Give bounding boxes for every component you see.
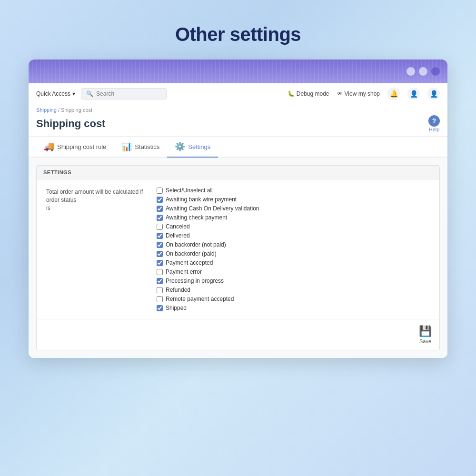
help-label: Help bbox=[429, 127, 440, 132]
checkbox-backorder-paid: On backorder (paid) bbox=[157, 250, 259, 257]
checkbox-awaiting-bank-label: Awaiting bank wire payment bbox=[166, 196, 237, 203]
main-content: SETTINGS Total order amount will be calc… bbox=[29, 158, 447, 358]
checkbox-processing-label: Processing in progress bbox=[166, 278, 224, 284]
top-bar: Quick Access ▾ 🔍 🐛 Debug mode 👁 View my … bbox=[29, 83, 447, 104]
quick-access-chevron: ▾ bbox=[72, 90, 75, 97]
checkbox-remote-payment: Remote payment accepted bbox=[157, 296, 259, 302]
checkbox-processing: Processing in progress bbox=[157, 278, 259, 284]
checkbox-payment-error-label: Payment error bbox=[166, 268, 202, 275]
save-label: Save bbox=[419, 338, 431, 344]
checkbox-remote-payment-input[interactable] bbox=[157, 296, 163, 302]
tab-settings[interactable]: ⚙️ Settings bbox=[167, 137, 218, 158]
view-my-shop[interactable]: 👁 View my shop bbox=[337, 90, 380, 97]
browser-dot-1 bbox=[407, 67, 415, 76]
browser-window: Quick Access ▾ 🔍 🐛 Debug mode 👁 View my … bbox=[29, 60, 447, 358]
checkbox-backorder-not-paid-input[interactable] bbox=[157, 242, 163, 248]
tab-shipping-label: Shipping cost rule bbox=[57, 143, 106, 150]
setting-label: Total order amount will be calculated if… bbox=[46, 187, 151, 212]
save-icon: 💾 bbox=[419, 325, 432, 337]
checkbox-awaiting-cash-label: Awaiting Cash On Delivery validation bbox=[166, 205, 259, 212]
checkbox-payment-accepted-label: Payment accepted bbox=[166, 259, 213, 266]
statistics-icon: 📊 bbox=[121, 141, 132, 152]
checkbox-remote-payment-label: Remote payment accepted bbox=[166, 296, 234, 302]
checkbox-processing-input[interactable] bbox=[157, 278, 163, 284]
page-heading: Other settings bbox=[175, 24, 301, 45]
checkbox-awaiting-check-input[interactable] bbox=[157, 215, 163, 221]
tab-statistics-label: Statistics bbox=[135, 143, 159, 150]
checkbox-canceled-label: Canceled bbox=[166, 223, 190, 230]
browser-chrome bbox=[29, 60, 447, 83]
debug-mode[interactable]: 🐛 Debug mode bbox=[288, 90, 329, 97]
checkbox-delivered-input[interactable] bbox=[157, 233, 163, 239]
checkbox-refunded: Refunded bbox=[157, 287, 259, 293]
checkbox-refunded-input[interactable] bbox=[157, 287, 163, 293]
page-title: Shipping cost bbox=[36, 118, 105, 130]
tab-statistics[interactable]: 📊 Statistics bbox=[114, 137, 167, 158]
checkbox-canceled-input[interactable] bbox=[157, 224, 163, 230]
checkbox-payment-error: Payment error bbox=[157, 268, 259, 275]
browser-dots bbox=[407, 67, 440, 76]
checkbox-awaiting-bank-input[interactable] bbox=[157, 197, 163, 203]
checkbox-backorder-paid-input[interactable] bbox=[157, 251, 163, 257]
orders-button[interactable]: 👤 bbox=[407, 88, 420, 100]
checkbox-delivered-label: Delivered bbox=[166, 232, 190, 239]
tabs-bar: 🚚 Shipping cost rule 📊 Statistics ⚙️ Set… bbox=[29, 137, 447, 158]
checkbox-shipped-input[interactable] bbox=[157, 305, 163, 311]
quick-access-button[interactable]: Quick Access ▾ bbox=[36, 90, 75, 97]
help-button[interactable]: ? Help bbox=[428, 115, 440, 132]
settings-icon: ⚙️ bbox=[175, 141, 185, 152]
checkbox-refunded-label: Refunded bbox=[166, 287, 190, 293]
help-icon: ? bbox=[428, 115, 440, 127]
checkbox-awaiting-cash: Awaiting Cash On Delivery validation bbox=[157, 205, 259, 212]
eye-icon: 👁 bbox=[337, 90, 343, 97]
checkbox-payment-accepted: Payment accepted bbox=[157, 259, 259, 266]
checkbox-delivered: Delivered bbox=[157, 232, 259, 239]
page-title-bar: Shipping cost ? Help bbox=[29, 113, 447, 137]
checkbox-awaiting-check-label: Awaiting check payment bbox=[166, 214, 227, 221]
checkbox-awaiting-bank: Awaiting bank wire payment bbox=[157, 196, 259, 203]
checkbox-select-all-label: Select/Unselect all bbox=[166, 187, 213, 194]
checkbox-canceled: Canceled bbox=[157, 223, 259, 230]
bug-icon: 🐛 bbox=[288, 90, 295, 97]
browser-dot-2 bbox=[419, 67, 427, 76]
browser-dot-3 bbox=[431, 67, 440, 76]
breadcrumb-parent[interactable]: Shipping bbox=[36, 107, 57, 113]
checkbox-backorder-not-paid-label: On backorder (not paid) bbox=[166, 241, 226, 248]
tab-settings-label: Settings bbox=[188, 143, 210, 150]
checkbox-select-all: Select/Unselect all bbox=[157, 187, 259, 194]
top-bar-right: 🐛 Debug mode 👁 View my shop 🔔 👤 👤 bbox=[288, 88, 440, 100]
search-input[interactable] bbox=[96, 90, 161, 97]
checkbox-payment-error-input[interactable] bbox=[157, 269, 163, 275]
breadcrumb-current: Shipping cost bbox=[61, 107, 92, 113]
checkboxes-col: Select/Unselect all Awaiting bank wire p… bbox=[157, 187, 259, 311]
checkbox-select-all-input[interactable] bbox=[157, 188, 163, 194]
settings-panel-body: Total order amount will be calculated if… bbox=[37, 179, 439, 319]
settings-panel-header: SETTINGS bbox=[37, 166, 439, 179]
settings-panel: SETTINGS Total order amount will be calc… bbox=[36, 165, 440, 350]
notifications-button[interactable]: 🔔 bbox=[387, 88, 400, 100]
quick-access-label: Quick Access bbox=[36, 90, 70, 97]
profile-button[interactable]: 👤 bbox=[427, 88, 440, 100]
search-bar: 🔍 bbox=[81, 88, 167, 99]
search-icon: 🔍 bbox=[86, 90, 93, 97]
checkbox-awaiting-cash-input[interactable] bbox=[157, 206, 163, 212]
checkbox-backorder-not-paid: On backorder (not paid) bbox=[157, 241, 259, 248]
checkbox-backorder-paid-label: On backorder (paid) bbox=[166, 250, 217, 257]
checkbox-payment-accepted-input[interactable] bbox=[157, 260, 163, 266]
tab-shipping-cost-rule[interactable]: 🚚 Shipping cost rule bbox=[36, 137, 114, 158]
save-button[interactable]: 💾 Save bbox=[419, 325, 432, 344]
setting-row: Total order amount will be calculated if… bbox=[46, 187, 430, 311]
admin-content: Quick Access ▾ 🔍 🐛 Debug mode 👁 View my … bbox=[29, 83, 447, 358]
shipping-icon: 🚚 bbox=[44, 141, 54, 152]
checkbox-shipped-label: Shipped bbox=[166, 305, 187, 311]
checkbox-shipped: Shipped bbox=[157, 305, 259, 311]
checkbox-awaiting-check: Awaiting check payment bbox=[157, 214, 259, 221]
save-area: 💾 Save bbox=[37, 319, 439, 350]
breadcrumb: Shipping / Shipping cost bbox=[29, 104, 447, 113]
